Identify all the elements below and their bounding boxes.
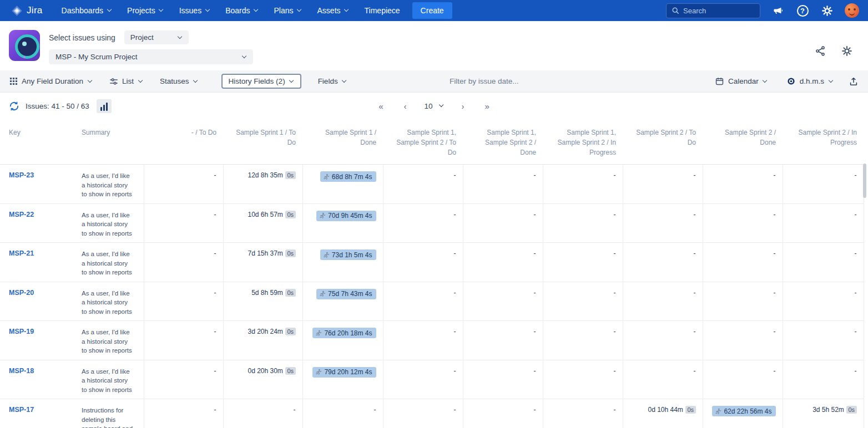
runner-icon <box>323 174 330 180</box>
issue-key-link[interactable]: MSP-23 <box>9 171 34 179</box>
nav-item-projects[interactable]: Projects <box>127 6 164 15</box>
global-search[interactable] <box>666 3 760 18</box>
share-icon <box>815 45 826 57</box>
duration-cell: - <box>543 203 623 243</box>
column-header[interactable]: Key <box>0 119 75 165</box>
column-header[interactable]: Sample Sprint 2 / To Do <box>623 119 703 165</box>
seconds-chip: 0s <box>285 328 296 335</box>
help-button[interactable] <box>796 4 809 17</box>
last-page-button[interactable]: » <box>482 100 492 112</box>
top-navigation: Jira DashboardsProjectsIssuesBoardsPlans… <box>0 0 868 21</box>
nav-item-label: Boards <box>225 6 250 15</box>
announcements-button[interactable] <box>771 4 785 17</box>
refresh-button[interactable] <box>9 101 19 111</box>
column-header[interactable]: Sample Sprint 1, Sample Sprint 2 / To Do <box>383 119 463 165</box>
next-page-button[interactable]: › <box>459 100 467 112</box>
export-button[interactable] <box>847 75 860 88</box>
app-settings-button[interactable] <box>840 44 854 58</box>
megaphone-icon <box>773 5 784 16</box>
history-fields-dropdown[interactable]: History Fields (2) <box>221 74 301 89</box>
duration-cell: - <box>463 203 543 243</box>
issue-key-link[interactable]: MSP-17 <box>9 406 34 414</box>
duration-cell: - <box>703 165 783 204</box>
issue-row: MSP-20As a user, I'd like a historical s… <box>0 282 864 321</box>
column-header[interactable]: Sample Sprint 1 / To Do <box>223 119 302 165</box>
issue-source-value: Project <box>130 33 154 42</box>
issue-key-link[interactable]: MSP-19 <box>9 328 34 335</box>
issue-row: MSP-23As a user, I'd like a historical s… <box>0 165 864 204</box>
nav-item-boards[interactable]: Boards <box>225 6 258 15</box>
nav-item-dashboards[interactable]: Dashboards <box>62 6 112 15</box>
column-header[interactable]: Sample Sprint 2 / In Progress <box>783 119 864 165</box>
search-input[interactable] <box>683 7 755 15</box>
column-header[interactable]: Sample Sprint 2 / Done <box>703 119 783 165</box>
vertical-scrollbar-thumb[interactable] <box>863 164 866 198</box>
nav-item-label: Plans <box>274 6 294 15</box>
duration-cell: - <box>783 360 864 399</box>
seconds-chip: 0s <box>685 406 696 414</box>
duration-cell: - <box>703 203 783 243</box>
nav-item-plans[interactable]: Plans <box>274 6 302 15</box>
issue-row: MSP-17Instructions for deleting this sam… <box>0 399 864 428</box>
duration-cell: - <box>463 399 543 428</box>
list-view-icon <box>109 77 118 86</box>
issue-date-filter-input[interactable] <box>450 77 561 85</box>
runner-icon <box>715 408 721 415</box>
chevron-down-icon <box>297 8 302 13</box>
statuses-dropdown[interactable]: Statuses <box>155 74 203 89</box>
duration-cell: - <box>144 282 223 321</box>
fields-dropdown[interactable]: Fields <box>313 74 352 89</box>
runner-icon <box>315 369 322 375</box>
issue-key-link[interactable]: MSP-18 <box>9 367 34 375</box>
key-cell: MSP-18 <box>0 360 75 399</box>
duration-cell: - <box>463 360 543 399</box>
column-header[interactable]: Sample Sprint 1 / Done <box>302 119 383 165</box>
jira-logo[interactable]: Jira <box>11 5 43 17</box>
duration-cell: - <box>623 282 703 321</box>
calendar-dropdown[interactable]: Calendar <box>710 73 773 89</box>
view-mode-dropdown[interactable]: List <box>104 74 148 89</box>
nav-right-actions <box>666 3 859 18</box>
duration-cell: 62d 22h 56m 4s <box>703 399 783 428</box>
page-size-dropdown[interactable]: 10 <box>424 102 443 110</box>
chevron-down-icon <box>138 78 143 83</box>
duration-field-dropdown[interactable]: Any Field Duration <box>4 74 97 89</box>
duration-cell: 73d 1h 5m 4s <box>302 243 383 282</box>
column-header[interactable]: - / To Do <box>144 119 223 165</box>
settings-button[interactable] <box>820 4 834 17</box>
summary-cell: As a user, I'd like a historical story t… <box>75 203 144 243</box>
duration-cell: - <box>302 399 383 428</box>
badge-value: 76d 20h 18m 4s <box>324 329 372 337</box>
nav-item-timepiece[interactable]: Timepiece <box>365 6 400 15</box>
duration-cell: - <box>463 282 543 321</box>
duration-value: 12d 8h 35m <box>248 171 282 179</box>
project-dropdown[interactable]: MSP - My Scrum Project <box>49 49 253 64</box>
issue-source-dropdown[interactable]: Project <box>124 30 189 44</box>
nav-item-assets[interactable]: Assets <box>317 6 349 15</box>
duration-cell: - <box>144 321 223 360</box>
create-button[interactable]: Create <box>412 2 452 19</box>
issue-key-link[interactable]: MSP-21 <box>9 249 34 257</box>
chevron-down-icon <box>344 8 349 13</box>
time-format-dropdown[interactable]: d.h.m.s <box>781 73 838 89</box>
issue-key-link[interactable]: MSP-22 <box>9 211 34 218</box>
question-icon <box>797 5 809 17</box>
user-avatar[interactable] <box>845 3 859 18</box>
share-button[interactable] <box>814 44 827 58</box>
pagination: « ‹ 10 › » <box>376 100 492 112</box>
first-page-button[interactable]: « <box>376 100 386 112</box>
chart-view-button[interactable] <box>97 99 112 113</box>
runner-icon <box>319 212 326 219</box>
nav-item-issues[interactable]: Issues <box>179 6 210 15</box>
duration-cell: - <box>463 243 543 282</box>
duration-cell: - <box>623 203 703 243</box>
column-header[interactable]: Sample Sprint 1, Sample Sprint 2 / In Pr… <box>543 119 623 165</box>
column-header[interactable]: Sample Sprint 1, Sample Sprint 2 / Done <box>463 119 543 165</box>
column-header[interactable]: Summary <box>75 119 144 165</box>
duration-cell: - <box>623 165 703 204</box>
previous-page-button[interactable]: ‹ <box>401 100 409 112</box>
key-cell: MSP-20 <box>0 282 75 321</box>
issue-key-link[interactable]: MSP-20 <box>9 289 34 297</box>
duration-field-label: Any Field Duration <box>22 77 83 85</box>
duration-cell: - <box>543 282 623 321</box>
